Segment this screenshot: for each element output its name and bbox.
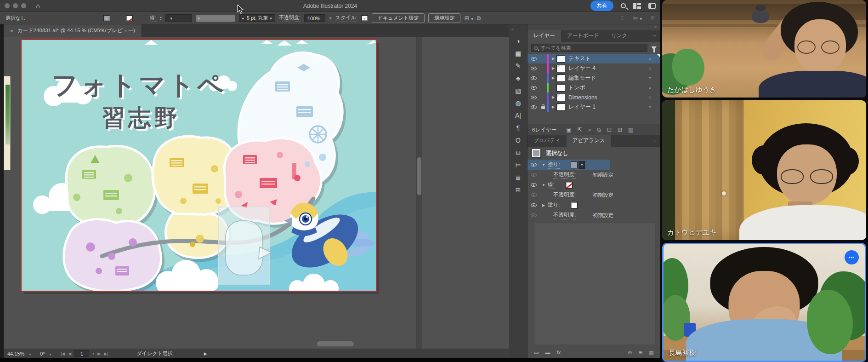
opacity-label[interactable]: 不透明度: (279, 14, 301, 22)
swatches-panel-icon[interactable]: ▦ (513, 50, 524, 57)
participant-tile-2[interactable]: カトウヒデユキ (662, 100, 866, 240)
expand-icon[interactable]: ▶ (550, 105, 556, 109)
filter-icon[interactable] (651, 46, 657, 50)
add-effect-icon[interactable]: fx. (556, 350, 562, 355)
new-layer-icon[interactable]: ⊞ (618, 126, 622, 133)
expand-icon[interactable]: ▶ (550, 66, 556, 70)
visibility-toggle[interactable] (528, 67, 539, 70)
symbols-panel-icon[interactable]: ♣ (513, 75, 524, 81)
collapse-dock-icon[interactable]: « (511, 27, 514, 32)
target-circle-icon[interactable]: ○ (648, 56, 651, 61)
layer-row-text[interactable]: ▶ テキスト ○ (528, 54, 660, 63)
arrange-documents-icon[interactable] (648, 3, 656, 9)
visibility-toggle[interactable] (528, 193, 539, 197)
target-circle-icon[interactable]: ○ (648, 104, 651, 109)
layer-name[interactable]: レイヤー 1 (568, 103, 596, 111)
canvas[interactable]: フォトマトペ フォトマトペ 習志野 習志野 (4, 37, 509, 349)
tab-close-icon[interactable]: × (10, 28, 13, 34)
opentype-panel-icon[interactable]: O (513, 137, 524, 144)
layer-thumbnail[interactable] (556, 84, 565, 92)
duplicate-item-icon[interactable]: ⊞ (638, 350, 642, 356)
stroke-weight-field[interactable] (165, 14, 192, 22)
visibility-toggle[interactable] (528, 57, 539, 61)
layer-row-editmode[interactable]: ▶ 編集モード ○ (528, 73, 660, 83)
target-circle-icon[interactable]: ○ (648, 95, 651, 100)
share-button[interactable]: 共有 (590, 0, 613, 11)
visibility-toggle[interactable] (528, 105, 539, 109)
appearance-row-fill1[interactable]: ▼ 塗り: ▾ (528, 160, 660, 170)
appearance-row-stroke[interactable]: ▼ 線: (528, 180, 660, 190)
fill-swatch[interactable] (571, 202, 578, 209)
appearance-row-opacity3[interactable]: 不透明度: 初期設定 (528, 210, 660, 220)
window-minimize-button[interactable] (13, 3, 18, 8)
layers-search-box[interactable] (531, 44, 647, 52)
opacity-label[interactable]: 不透明度: (553, 191, 576, 199)
expand-icon[interactable]: ▶ (550, 76, 556, 80)
layer-row-layer1[interactable]: ▶ レイヤー 1 ○ (528, 102, 660, 112)
visibility-toggle[interactable] (528, 213, 539, 217)
next-artboard-button[interactable]: ▶ (97, 351, 101, 356)
color-panel-icon[interactable]: ◑ (513, 38, 524, 44)
layer-thumbnail[interactable] (556, 65, 565, 72)
fill-swatch[interactable] (571, 161, 578, 168)
preferences-button[interactable]: 環境設定 (428, 13, 460, 23)
visibility-toggle[interactable] (528, 86, 539, 90)
appearance-row-fill2[interactable]: ▶ 塗り: (528, 200, 660, 210)
delete-layer-icon[interactable]: ▥ (628, 126, 633, 133)
gradient-panel-icon[interactable]: ▧ (513, 87, 524, 94)
prev-artboard-button[interactable]: ◀ (68, 351, 71, 356)
layer-row-dimensions[interactable]: ▶ Dimensions ○ (528, 92, 660, 102)
visibility-toggle[interactable] (528, 203, 539, 207)
artboard-dropdown-icon[interactable]: ▾ (92, 351, 94, 356)
window-close-button[interactable] (5, 3, 10, 8)
fill-swatch[interactable] (103, 15, 110, 21)
document-tab[interactable]: × カード240831.ai* @ 44.15 % (CMYK/プレビュー) (4, 24, 142, 37)
layers-panel-menu-icon[interactable]: ≡ (653, 33, 656, 39)
target-circle-icon[interactable]: ○ (648, 66, 651, 71)
add-fill-icon[interactable]: ▬ (545, 350, 550, 355)
tab-appearance[interactable]: アピアランス (567, 135, 611, 147)
align-panel-icon[interactable]: ⊨ (513, 162, 524, 168)
layers-search-input[interactable] (540, 45, 644, 51)
brush-definition[interactable]: 5 pt. 丸筆 (239, 14, 275, 22)
visibility-toggle[interactable] (528, 173, 539, 177)
layers-shortcut-icon[interactable]: ⧉ (513, 149, 524, 156)
horizontal-scrollbar-thumb[interactable] (317, 341, 354, 346)
participant-tile-1[interactable]: たかはしゆうき (662, 0, 866, 98)
stroke-label[interactable]: 線: (548, 181, 555, 189)
search-icon[interactable] (621, 3, 626, 8)
artboard[interactable]: フォトマトペ フォトマトペ 習志野 習志野 (22, 40, 376, 291)
opacity-value[interactable]: 初期設定 (592, 172, 613, 178)
fill-label[interactable]: 塗り: (548, 161, 560, 169)
expand-icon[interactable]: ▼ (539, 163, 548, 167)
stroke-weight-label[interactable]: 線: (150, 14, 157, 22)
collect-export-icon[interactable]: ⇱ (578, 126, 582, 133)
stroke-swatch[interactable] (126, 15, 133, 21)
visibility-toggle[interactable] (528, 183, 539, 187)
locate-object-icon[interactable]: ⌕ (588, 126, 591, 133)
opacity-label[interactable]: 不透明度: (553, 171, 576, 179)
layer-thumbnail[interactable] (556, 94, 565, 101)
opacity-more-chevron[interactable]: > (329, 16, 332, 21)
tab-artboards[interactable]: アートボード (561, 30, 605, 42)
layer-name[interactable]: Dimensions (568, 94, 597, 101)
target-circle-icon[interactable]: ○ (648, 85, 651, 90)
opacity-value[interactable]: 初期設定 (592, 192, 613, 199)
expand-dock-icon[interactable]: » (654, 24, 657, 30)
target-circle-icon[interactable]: ○ (648, 75, 651, 80)
visibility-toggle[interactable] (528, 163, 539, 167)
style-swatch[interactable] (361, 15, 368, 21)
layer-name[interactable]: 編集モード (568, 74, 596, 82)
layer-thumbnail[interactable] (556, 75, 565, 82)
tab-links[interactable]: リンク (605, 30, 633, 42)
window-zoom-button[interactable] (21, 3, 26, 8)
participant-tile-3-active[interactable]: 長島裕樹 (662, 243, 866, 362)
stroke-weight-stepper[interactable]: ▴▾ (160, 16, 162, 21)
visibility-toggle[interactable] (528, 76, 539, 80)
visibility-toggle[interactable] (528, 96, 539, 99)
add-stroke-icon[interactable]: ▭ (534, 350, 539, 356)
last-artboard-button[interactable]: ▶| (104, 351, 108, 356)
home-icon[interactable]: ⌂ (36, 2, 40, 9)
appearance-row-opacity1[interactable]: 不透明度: 初期設定 (528, 170, 660, 180)
clipping-mask-icon[interactable]: ⧉ (597, 126, 601, 133)
